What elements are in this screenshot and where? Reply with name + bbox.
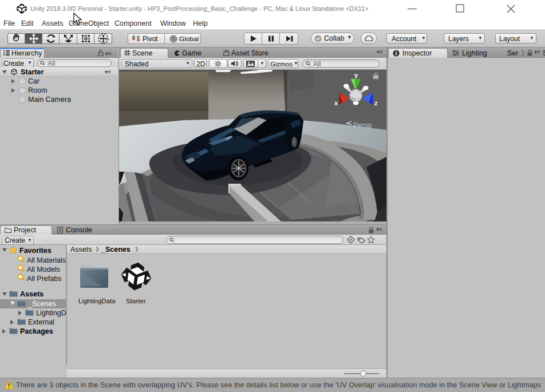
svg-text:x: x: [334, 100, 338, 106]
svg-text:y: y: [354, 72, 358, 78]
svg-text:z: z: [374, 100, 378, 106]
svg-text:Persp: Persp: [353, 121, 372, 129]
